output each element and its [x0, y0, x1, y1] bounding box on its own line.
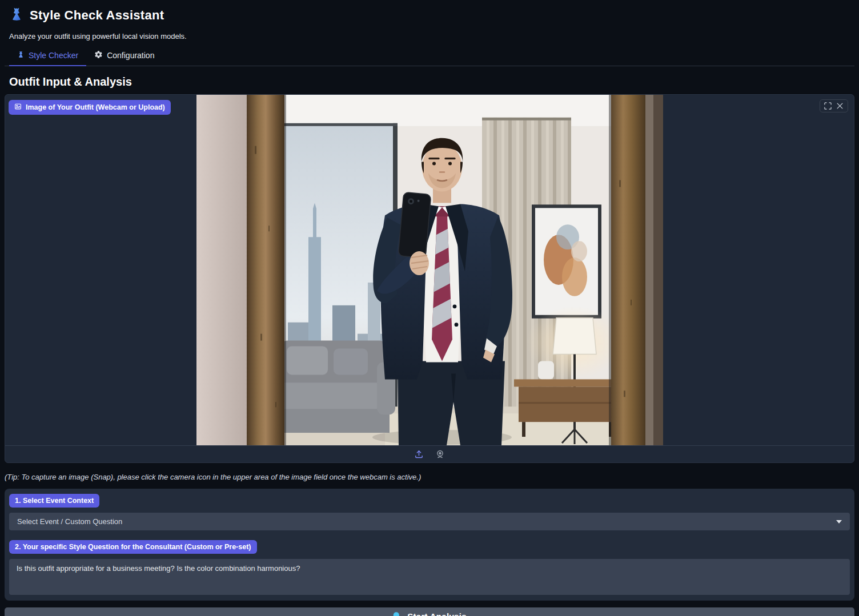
gear-icon	[94, 50, 103, 61]
tab-style-checker[interactable]: Style Checker	[9, 46, 86, 66]
start-analysis-button[interactable]: Start Analysis	[5, 607, 854, 616]
page-title: Style Check Assistant	[30, 8, 164, 23]
upload-icon[interactable]	[414, 449, 424, 459]
dress-icon	[17, 51, 25, 60]
start-analysis-label: Start Analysis	[407, 611, 467, 616]
image-source-bar	[5, 445, 854, 462]
image-icon	[14, 103, 22, 112]
style-question-label: 2. Your specific Style Question for the …	[9, 540, 257, 554]
magnifier-icon	[392, 611, 402, 616]
event-dropdown-value: Select Event / Custom Question	[17, 517, 836, 526]
fullscreen-icon[interactable]	[824, 102, 832, 110]
event-context-label: 1. Select Event Context	[9, 494, 99, 508]
analysis-form: 1. Select Event Context Select Event / C…	[5, 489, 854, 601]
webcam-icon[interactable]	[435, 449, 445, 459]
section-heading: Outfit Input & Analysis	[9, 75, 850, 88]
style-question-input[interactable]: Is this outfit appropriate for a busines…	[9, 559, 850, 595]
app-header: Style Check Assistant Analyze your outfi…	[5, 5, 854, 41]
image-toolbar	[820, 99, 848, 112]
close-icon[interactable]	[836, 102, 844, 110]
tab-label: Style Checker	[29, 51, 78, 60]
page-subtitle: Analyze your outfit using powerful local…	[9, 32, 850, 41]
image-field-label: Image of Your Outfit (Webcam or Upload)	[9, 100, 171, 115]
page: Style Check Assistant Analyze your outfi…	[0, 0, 859, 616]
tabbar: Style Checker Configuration	[5, 46, 854, 66]
photo-area	[5, 95, 854, 445]
outfit-photo	[196, 95, 663, 445]
snap-tip: (Tip: To capture an image (Snap), please…	[5, 473, 850, 481]
outfit-image-panel: Image of Your Outfit (Webcam or Upload)	[5, 94, 854, 463]
chevron-down-icon	[836, 520, 842, 524]
tab-configuration[interactable]: Configuration	[86, 46, 162, 66]
event-dropdown[interactable]: Select Event / Custom Question	[9, 513, 850, 530]
dress-icon	[9, 7, 24, 24]
tab-label: Configuration	[107, 51, 154, 60]
